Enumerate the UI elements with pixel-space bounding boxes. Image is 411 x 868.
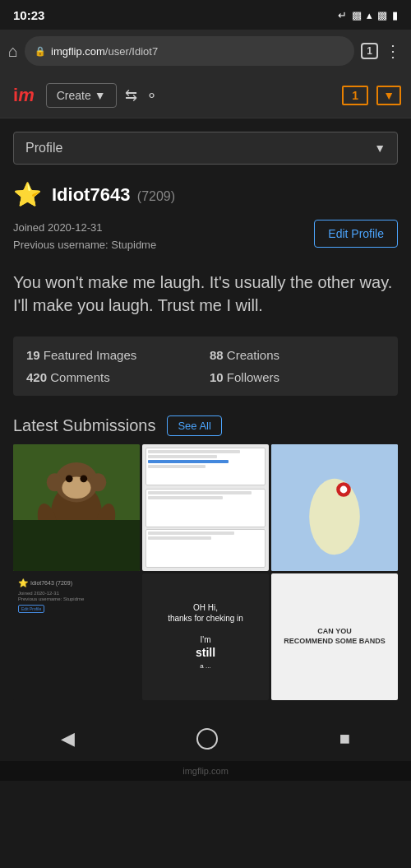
username: Idiot7643	[52, 184, 130, 205]
bottom-nav: ◀ ■	[0, 717, 411, 761]
user-star-icon: ⭐	[13, 181, 42, 208]
create-button[interactable]: Create ▼	[46, 83, 117, 108]
featured-images-label: Featured Images	[44, 348, 136, 362]
user-dropdown-icon[interactable]: ▼	[376, 86, 401, 105]
bluetooth-icon: ↵	[338, 9, 347, 21]
main-content: Profile ▼ ⭐ Idiot7643 (7209) Joined 2020…	[0, 118, 411, 700]
bands-image: CAN YOURECOMMEND SOME BANDS	[271, 573, 398, 700]
stats-section: 19 Featured Images 88 Creations 420 Comm…	[13, 337, 398, 396]
wifi-icon: ▴	[367, 9, 372, 21]
lock-icon: 🔒	[35, 46, 46, 57]
search-icon[interactable]: ⚬	[145, 86, 158, 104]
footer-label: imgflip.com	[182, 766, 229, 776]
url-text: imgflip.com/user/Idiot7	[51, 45, 158, 58]
svg-point-12	[309, 478, 360, 554]
submission-image-4[interactable]: ⭐ Idiot7643 (7209) Joined 2020-12-31 Pre…	[13, 573, 140, 700]
app-nav-bar: im Create ▼ ⇆ ⚬ 1 ▼	[0, 72, 411, 118]
submissions-title: Latest Submissions	[13, 416, 155, 435]
svg-point-4	[47, 473, 63, 491]
svg-point-8	[80, 475, 87, 482]
submission-image-1[interactable]	[13, 444, 140, 571]
user-points: (7209)	[137, 189, 175, 203]
username-block: Idiot7643 (7209)	[52, 184, 175, 206]
vibrate-icon: ▩	[352, 9, 362, 21]
stat-featured-images: 19 Featured Images	[26, 348, 201, 362]
submission-image-3[interactable]	[271, 444, 398, 571]
user-bio: You won't make me laugh. It's usually th…	[13, 271, 398, 317]
submission-image-5[interactable]: OH Hi,thanks for cheking inI'mstilla ...	[142, 573, 269, 700]
profile-section: Profile ▼	[0, 118, 411, 165]
status-icons: ↵ ▩ ▴ ▩ ▮	[338, 9, 398, 21]
shuffle-icon[interactable]: ⇆	[125, 86, 137, 104]
home-icon[interactable]: ⌂	[8, 42, 18, 61]
submission-image-6[interactable]: CAN YOURECOMMEND SOME BANDS	[271, 573, 398, 700]
profile-dropdown[interactable]: Profile ▼	[13, 132, 398, 165]
svg-point-14	[340, 485, 348, 493]
thanks-image: OH Hi,thanks for cheking inI'mstilla ...	[142, 573, 269, 700]
stat-creations: 88 Creations	[210, 348, 385, 362]
creations-count: 88	[210, 348, 224, 362]
followers-count: 10	[210, 370, 224, 384]
bands-text: CAN YOURECOMMEND SOME BANDS	[284, 627, 386, 646]
edit-profile-button[interactable]: Edit Profile	[314, 220, 398, 248]
svg-point-7	[66, 475, 73, 482]
status-bar: 10:23 ↵ ▩ ▴ ▩ ▮	[0, 0, 411, 30]
chevron-down-icon: ▼	[95, 89, 106, 102]
back-button[interactable]: ◀	[61, 728, 75, 750]
stat-comments: 420 Comments	[26, 370, 201, 384]
see-all-button[interactable]: See All	[167, 415, 221, 436]
status-time: 10:23	[13, 8, 44, 22]
previous-username: Previous username: Stupidme	[13, 237, 156, 254]
svg-rect-1	[13, 521, 140, 571]
creations-label: Creations	[227, 348, 279, 362]
image-grid: ⭐ Idiot7643 (7209) Joined 2020-12-31 Pre…	[0, 444, 411, 700]
stop-button[interactable]: ■	[339, 728, 350, 750]
chat-image	[142, 444, 269, 571]
join-text-block: Joined 2020-12-31 Previous username: Stu…	[13, 220, 156, 254]
featured-images-count: 19	[26, 348, 40, 362]
signal-icon: ▩	[377, 9, 387, 21]
join-info: Joined 2020-12-31 Previous username: Stu…	[0, 216, 411, 258]
tab-count[interactable]: 1	[361, 43, 378, 59]
footer: imgflip.com	[0, 761, 411, 781]
followers-label: Followers	[227, 370, 279, 384]
user-info: ⭐ Idiot7643 (7209)	[0, 165, 411, 216]
bio-section: You won't make me laugh. It's usually th…	[0, 258, 411, 330]
browser-menu-icon[interactable]: ⋮	[385, 41, 403, 61]
home-circle-button[interactable]	[196, 728, 218, 750]
notification-count[interactable]: 1	[342, 86, 368, 105]
comments-label: Comments	[50, 370, 110, 384]
map-image	[271, 444, 398, 571]
joined-date: Joined 2020-12-31	[13, 220, 156, 237]
dropdown-arrow-icon: ▼	[374, 142, 386, 155]
battery-icon: ▮	[392, 9, 398, 21]
svg-point-5	[90, 473, 107, 491]
monkey-image	[13, 444, 140, 571]
browser-bar: ⌂ 🔒 imgflip.com/user/Idiot7 1 ⋮	[0, 30, 411, 72]
stat-followers: 10 Followers	[210, 370, 385, 384]
profile-small-image: ⭐ Idiot7643 (7209) Joined 2020-12-31 Pre…	[13, 573, 140, 700]
profile-dropdown-label: Profile	[25, 141, 62, 155]
url-bar[interactable]: 🔒 imgflip.com/user/Idiot7	[25, 36, 354, 66]
thanks-text: OH Hi,thanks for cheking inI'mstilla ...	[168, 602, 243, 671]
app-logo: im	[10, 83, 38, 108]
submission-image-2[interactable]	[142, 444, 269, 571]
submissions-header: Latest Submissions See All	[0, 402, 411, 444]
comments-count: 420	[26, 370, 47, 384]
